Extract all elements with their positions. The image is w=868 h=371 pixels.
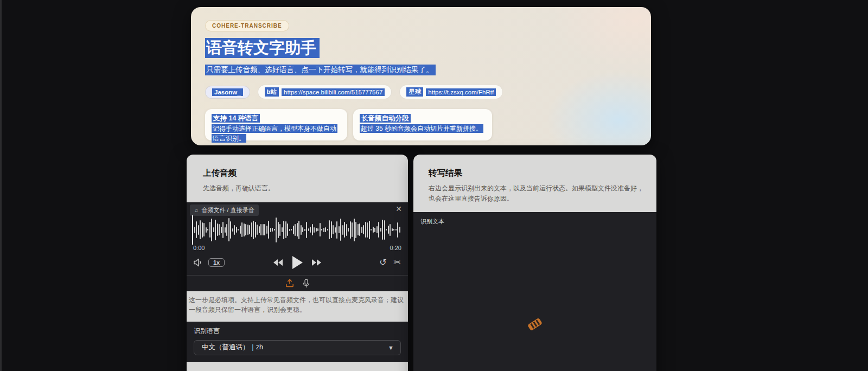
audio-label-text: 音频文件 / 直接录音 (202, 206, 254, 214)
page-subtitle: 只需要上传音频、选好语言、点一下开始转写，就能得到识别结果了。 (205, 65, 436, 75)
microphone-icon[interactable] (303, 279, 310, 288)
result-panel: 转写结果 右边会显示识别出来的文本，以及当前运行状态。如果模型文件没准备好，也会… (413, 155, 656, 371)
waveform-bar (247, 225, 248, 235)
audio-component-label: ♫ 音频文件 / 直接录音 (190, 204, 259, 216)
upload-icon[interactable] (285, 279, 294, 287)
waveform-bar (374, 228, 375, 232)
waveform-bar (268, 221, 269, 239)
waveform-bar (228, 218, 229, 241)
bilibili-link-url[interactable]: https://space.bilibili.com/515777567 (282, 88, 385, 96)
waveform-bar (276, 218, 277, 242)
waveform-bar (397, 222, 398, 238)
waveform-bar (365, 222, 366, 238)
skip-back-icon[interactable] (273, 259, 283, 266)
waveform-bar (257, 225, 258, 235)
feature-title-segmentation: 长音频自动分段 (360, 114, 411, 123)
waveform-bar (282, 227, 283, 232)
author-pill: Jasonw_ (205, 86, 250, 99)
feature-title-languages: 支持 14 种语言 (212, 114, 260, 123)
waveform-bar (213, 227, 214, 232)
waveform-bar (380, 228, 381, 232)
waveform-bar (395, 229, 397, 231)
waveform-bar (263, 224, 264, 235)
app-badge: COHERE-TRANSCRIBE (205, 20, 289, 31)
waveform-bar (331, 221, 332, 238)
waveform-bar (384, 220, 385, 240)
time-row: 0:00 0:20 (193, 245, 401, 251)
total-duration: 0:20 (390, 245, 401, 251)
waveform-bar (272, 228, 273, 232)
waveform-bar (219, 224, 220, 235)
zsxq-link-label: 星球 (406, 87, 423, 97)
waveform-bar (297, 223, 298, 236)
waveform-bar (321, 229, 322, 231)
waveform-bar (249, 225, 250, 234)
waveform-bar (320, 223, 321, 236)
waveform-bar (346, 224, 347, 236)
play-button[interactable] (291, 255, 303, 270)
close-icon[interactable]: ✕ (394, 204, 403, 214)
waveform-bar (371, 229, 372, 231)
waveform-bar (361, 227, 362, 233)
bilibili-link-pill[interactable]: b站 https://space.bilibili.com/515777567 (258, 85, 392, 99)
waveform-bar (198, 225, 199, 235)
waveform-bar (206, 227, 207, 233)
waveform-bar (194, 227, 195, 233)
chevron-down-icon: ▼ (388, 344, 394, 351)
result-panel-title: 转写结果 (429, 168, 641, 179)
waveform-bar (283, 221, 284, 239)
waveform-bar (203, 223, 205, 236)
waveform-bar (221, 227, 222, 233)
waveform-bar (209, 222, 210, 238)
language-selected-value: 中文（普通话）｜zh (202, 343, 263, 352)
waveform-playhead[interactable] (192, 215, 193, 245)
audio-controls: 1x (187, 254, 408, 275)
waveform-bar (382, 220, 383, 240)
upload-panel-title: 上传音频 (203, 168, 392, 179)
language-dropdown[interactable]: 中文（普通话）｜zh ▼ (194, 340, 401, 355)
trim-scissors-icon[interactable]: ✂ (394, 258, 401, 267)
waveform-bar (236, 227, 237, 233)
waveform-bar (238, 229, 239, 231)
reset-trim-icon[interactable]: ↺ (379, 258, 386, 267)
waveform-bar (306, 222, 307, 238)
bilibili-link-label: b站 (265, 87, 279, 97)
feature-card-languages: 支持 14 种语言 记得手动选择正确语言，模型本身不做自动语言识别。 (205, 109, 347, 140)
waveform-bar (373, 227, 374, 233)
waveform-bar (217, 223, 218, 236)
waveform-bar (340, 219, 341, 241)
upload-panel-subtitle: 先选音频，再确认语言。 (203, 183, 392, 194)
waveform-bar (253, 221, 254, 239)
zsxq-link-pill[interactable]: 星球 https://t.zsxq.com/FhRtf (399, 85, 503, 99)
feature-desc-segmentation: 超过 35 秒的音频会自动切片并重新拼接。 (360, 124, 483, 133)
waveform-bar (302, 227, 303, 232)
audio-player: ♫ 音频文件 / 直接录音 ✕ 0:00 0:20 1x (187, 202, 408, 291)
waveform-bar (278, 222, 279, 238)
waveform-bar (354, 219, 355, 241)
waveform-bar (348, 228, 349, 232)
waveform-bar (359, 223, 360, 236)
waveform-bar (335, 227, 336, 233)
current-time: 0:00 (193, 245, 205, 251)
skip-forward-icon[interactable] (311, 259, 322, 266)
waveform-bar (241, 222, 242, 237)
waveform-bar (202, 222, 203, 238)
waveform-bar (211, 219, 212, 241)
waveform-bar (333, 225, 334, 234)
waveform-bar (323, 228, 324, 232)
zsxq-link-url[interactable]: https://t.zsxq.com/FhRtf (426, 88, 496, 96)
waveform-bar (289, 229, 290, 231)
waveform-bar (392, 228, 393, 231)
audio-waveform[interactable] (192, 216, 403, 244)
transcript-output-box: 识别文本 (413, 212, 656, 371)
waveform-bar (336, 221, 337, 239)
waveform-bar (363, 225, 364, 234)
waveform-bar (350, 221, 351, 239)
waveform-bar (251, 222, 252, 237)
waveform-bar (317, 228, 318, 231)
waveform-bar (308, 228, 309, 231)
feature-desc-languages: 记得手动选择正确语言，模型本身不做自动语言识别。 (212, 124, 337, 142)
waveform-bar (325, 227, 326, 232)
waveform-bar (369, 221, 370, 239)
waveform-bar (264, 224, 265, 235)
